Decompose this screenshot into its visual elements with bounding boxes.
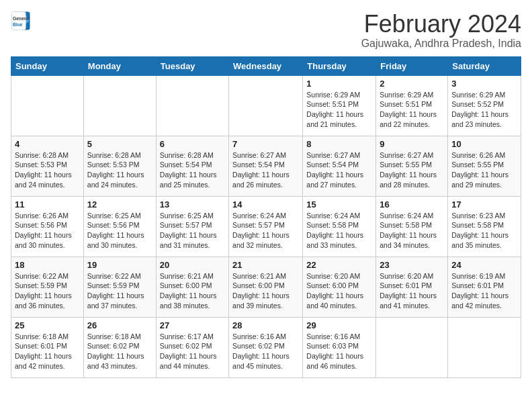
day-info: Sunrise: 6:25 AM Sunset: 5:56 PM Dayligh… [87, 211, 152, 250]
day-cell-13: 13Sunrise: 6:25 AM Sunset: 5:57 PM Dayli… [156, 196, 228, 257]
day-number: 10 [451, 139, 517, 149]
day-info: Sunrise: 6:16 AM Sunset: 6:03 PM Dayligh… [306, 332, 372, 371]
day-cell-22: 22Sunrise: 6:20 AM Sunset: 6:00 PM Dayli… [303, 257, 376, 317]
day-number: 6 [160, 139, 225, 149]
day-number: 19 [87, 260, 152, 270]
day-info: Sunrise: 6:21 AM Sunset: 6:00 PM Dayligh… [160, 271, 225, 311]
day-cell-12: 12Sunrise: 6:25 AM Sunset: 5:56 PM Dayli… [83, 196, 156, 257]
col-header-sunday: Sunday [11, 56, 84, 75]
day-cell-23: 23Sunrise: 6:20 AM Sunset: 6:01 PM Dayli… [376, 257, 448, 317]
day-cell-3: 3Sunrise: 6:29 AM Sunset: 5:52 PM Daylig… [448, 75, 521, 136]
day-cell-11: 11Sunrise: 6:26 AM Sunset: 5:56 PM Dayli… [11, 196, 84, 257]
day-info: Sunrise: 6:29 AM Sunset: 5:52 PM Dayligh… [451, 90, 517, 130]
svg-text:Blue: Blue [13, 22, 23, 27]
day-number: 20 [160, 260, 225, 270]
day-cell-8: 8Sunrise: 6:27 AM Sunset: 5:54 PM Daylig… [303, 136, 376, 196]
day-info: Sunrise: 6:20 AM Sunset: 6:00 PM Dayligh… [306, 271, 372, 311]
day-info: Sunrise: 6:29 AM Sunset: 5:51 PM Dayligh… [380, 90, 444, 130]
day-number: 29 [306, 320, 372, 330]
day-number: 14 [232, 199, 299, 210]
day-info: Sunrise: 6:24 AM Sunset: 5:57 PM Dayligh… [232, 211, 299, 250]
day-cell-28: 28Sunrise: 6:16 AM Sunset: 6:02 PM Dayli… [229, 317, 303, 377]
day-info: Sunrise: 6:24 AM Sunset: 5:58 PM Dayligh… [306, 211, 372, 250]
day-cell-20: 20Sunrise: 6:21 AM Sunset: 6:00 PM Dayli… [156, 257, 228, 317]
week-row-3: 11Sunrise: 6:26 AM Sunset: 5:56 PM Dayli… [11, 196, 521, 257]
day-number: 15 [306, 199, 372, 210]
day-info: Sunrise: 6:22 AM Sunset: 5:59 PM Dayligh… [87, 271, 152, 311]
day-info: Sunrise: 6:20 AM Sunset: 6:01 PM Dayligh… [380, 271, 444, 311]
day-number: 24 [451, 260, 517, 270]
title-area: February 2024 Gajuwaka, Andhra Pradesh, … [361, 11, 521, 50]
day-number: 18 [15, 260, 80, 270]
day-info: Sunrise: 6:29 AM Sunset: 5:51 PM Dayligh… [306, 90, 372, 130]
week-row-2: 4Sunrise: 6:28 AM Sunset: 5:53 PM Daylig… [11, 136, 521, 196]
logo: General Blue [11, 11, 31, 31]
empty-cell [156, 75, 228, 136]
day-number: 16 [380, 199, 444, 210]
day-number: 21 [232, 260, 299, 270]
logo-icon: General Blue [11, 11, 31, 31]
col-header-saturday: Saturday [448, 56, 521, 75]
day-info: Sunrise: 6:23 AM Sunset: 5:58 PM Dayligh… [451, 211, 517, 250]
day-info: Sunrise: 6:27 AM Sunset: 5:54 PM Dayligh… [306, 150, 372, 190]
day-cell-5: 5Sunrise: 6:28 AM Sunset: 5:53 PM Daylig… [83, 136, 156, 196]
day-info: Sunrise: 6:17 AM Sunset: 6:02 PM Dayligh… [160, 332, 225, 371]
day-number: 5 [87, 139, 152, 149]
day-cell-17: 17Sunrise: 6:23 AM Sunset: 5:58 PM Dayli… [448, 196, 521, 257]
day-number: 4 [15, 139, 80, 149]
empty-cell [11, 75, 84, 136]
day-info: Sunrise: 6:18 AM Sunset: 6:02 PM Dayligh… [87, 332, 152, 371]
day-number: 3 [451, 79, 517, 89]
day-number: 17 [451, 199, 517, 210]
day-number: 28 [232, 320, 299, 330]
empty-cell [448, 317, 521, 377]
col-header-monday: Monday [83, 56, 156, 75]
empty-cell [376, 317, 448, 377]
day-number: 8 [306, 139, 372, 149]
day-cell-2: 2Sunrise: 6:29 AM Sunset: 5:51 PM Daylig… [376, 75, 448, 136]
day-info: Sunrise: 6:16 AM Sunset: 6:02 PM Dayligh… [232, 332, 299, 371]
day-info: Sunrise: 6:28 AM Sunset: 5:54 PM Dayligh… [160, 150, 225, 190]
day-info: Sunrise: 6:26 AM Sunset: 5:55 PM Dayligh… [451, 150, 517, 190]
day-info: Sunrise: 6:28 AM Sunset: 5:53 PM Dayligh… [87, 150, 152, 190]
day-cell-19: 19Sunrise: 6:22 AM Sunset: 5:59 PM Dayli… [83, 257, 156, 317]
day-cell-29: 29Sunrise: 6:16 AM Sunset: 6:03 PM Dayli… [303, 317, 376, 377]
day-info: Sunrise: 6:22 AM Sunset: 5:59 PM Dayligh… [15, 271, 80, 311]
day-number: 22 [306, 260, 372, 270]
week-row-1: 1Sunrise: 6:29 AM Sunset: 5:51 PM Daylig… [11, 75, 521, 136]
day-cell-21: 21Sunrise: 6:21 AM Sunset: 6:00 PM Dayli… [229, 257, 303, 317]
day-cell-26: 26Sunrise: 6:18 AM Sunset: 6:02 PM Dayli… [83, 317, 156, 377]
day-cell-1: 1Sunrise: 6:29 AM Sunset: 5:51 PM Daylig… [303, 75, 376, 136]
day-info: Sunrise: 6:19 AM Sunset: 6:01 PM Dayligh… [451, 271, 517, 311]
day-info: Sunrise: 6:24 AM Sunset: 5:58 PM Dayligh… [380, 211, 444, 250]
week-row-5: 25Sunrise: 6:18 AM Sunset: 6:01 PM Dayli… [11, 317, 521, 377]
day-info: Sunrise: 6:18 AM Sunset: 6:01 PM Dayligh… [15, 332, 80, 371]
calendar-table: SundayMondayTuesdayWednesdayThursdayFrid… [11, 56, 521, 378]
day-info: Sunrise: 6:28 AM Sunset: 5:53 PM Dayligh… [15, 150, 80, 190]
day-cell-27: 27Sunrise: 6:17 AM Sunset: 6:02 PM Dayli… [156, 317, 228, 377]
day-number: 11 [15, 199, 80, 210]
week-row-4: 18Sunrise: 6:22 AM Sunset: 5:59 PM Dayli… [11, 257, 521, 317]
day-cell-24: 24Sunrise: 6:19 AM Sunset: 6:01 PM Dayli… [448, 257, 521, 317]
day-cell-7: 7Sunrise: 6:27 AM Sunset: 5:54 PM Daylig… [229, 136, 303, 196]
calendar-title: February 2024 [361, 11, 521, 38]
day-number: 13 [160, 199, 225, 210]
empty-cell [229, 75, 303, 136]
svg-rect-2 [12, 12, 26, 30]
col-header-wednesday: Wednesday [229, 56, 303, 75]
day-number: 7 [232, 139, 299, 149]
day-number: 1 [306, 79, 372, 89]
header-row: SundayMondayTuesdayWednesdayThursdayFrid… [11, 56, 521, 75]
day-number: 26 [87, 320, 152, 330]
day-cell-9: 9Sunrise: 6:27 AM Sunset: 5:55 PM Daylig… [376, 136, 448, 196]
col-header-tuesday: Tuesday [156, 56, 228, 75]
day-info: Sunrise: 6:21 AM Sunset: 6:00 PM Dayligh… [232, 271, 299, 311]
header: General Blue February 2024 Gajuwaka, And… [11, 11, 521, 50]
day-number: 2 [380, 79, 444, 89]
day-info: Sunrise: 6:27 AM Sunset: 5:54 PM Dayligh… [232, 150, 299, 190]
day-number: 9 [380, 139, 444, 149]
day-cell-14: 14Sunrise: 6:24 AM Sunset: 5:57 PM Dayli… [229, 196, 303, 257]
day-info: Sunrise: 6:27 AM Sunset: 5:55 PM Dayligh… [380, 150, 444, 190]
col-header-friday: Friday [376, 56, 448, 75]
col-header-thursday: Thursday [303, 56, 376, 75]
